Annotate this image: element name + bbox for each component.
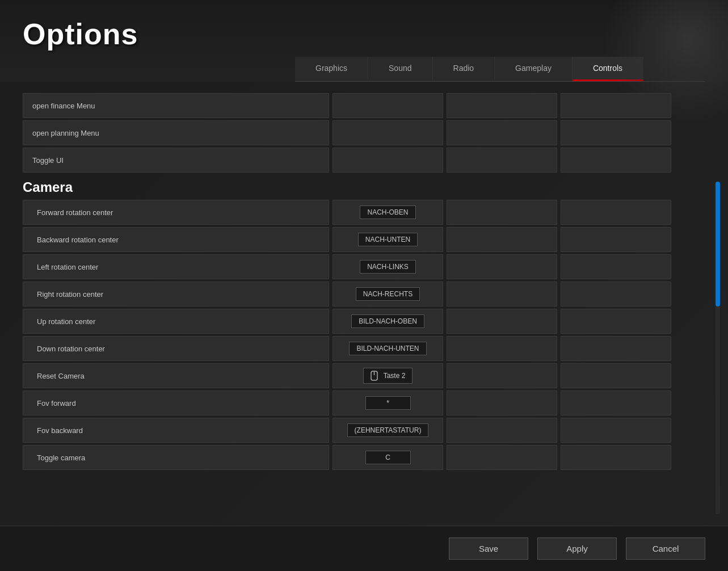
table-row: Down rotation center BILD-NACH-UNTEN (23, 336, 705, 361)
tab-controls[interactable]: Controls (573, 57, 643, 81)
table-row: Left rotation center NACH-LINKS (23, 254, 705, 279)
mouse-svg (371, 371, 378, 381)
key-slot-bild-nach-unten[interactable]: BILD-NACH-UNTEN (333, 336, 443, 361)
table-row: open planning Menu (23, 120, 705, 145)
tab-sound[interactable]: Sound (368, 57, 432, 81)
key-slot-3[interactable] (561, 120, 671, 145)
row-label-open-planning: open planning Menu (23, 120, 329, 145)
settings-list: open finance Menu open planning Menu Tog… (23, 93, 705, 470)
key-slot-nach-links[interactable]: NACH-LINKS (333, 254, 443, 279)
key-slot-toggle-camera[interactable]: C (333, 445, 443, 470)
tab-graphics[interactable]: Graphics (295, 57, 368, 81)
key-slot-2[interactable] (447, 120, 557, 145)
key-slot-3[interactable] (561, 200, 671, 225)
scrollbar-thumb[interactable] (716, 182, 720, 307)
row-label-left-rot: Left rotation center (23, 254, 329, 279)
table-row: Toggle camera C (23, 445, 705, 470)
key-slot-3[interactable] (561, 254, 671, 279)
table-row: Reset Camera Taste 2 (23, 363, 705, 388)
row-label-fov-forward: Fov forward (23, 391, 329, 415)
key-slot-3[interactable] (561, 309, 671, 334)
header: Options Graphics Sound Radio Gameplay Co… (0, 0, 728, 82)
key-slot-1[interactable] (333, 148, 443, 173)
key-badge: NACH-LINKS (360, 260, 416, 274)
key-slot-2[interactable] (447, 93, 557, 118)
key-slot-3[interactable] (561, 391, 671, 415)
key-slot-nach-rechts[interactable]: NACH-RECHTS (333, 282, 443, 307)
key-slot-2[interactable] (447, 418, 557, 443)
table-row: Fov forward * (23, 391, 705, 415)
key-slot-3[interactable] (561, 445, 671, 470)
key-badge: BILD-NACH-UNTEN (349, 342, 426, 355)
key-badge-mouse: Taste 2 (363, 368, 413, 384)
key-slot-nach-oben[interactable]: NACH-OBEN (333, 200, 443, 225)
table-row: Up rotation center BILD-NACH-OBEN (23, 309, 705, 334)
apply-button[interactable]: Apply (537, 538, 617, 560)
key-slot-2[interactable] (447, 445, 557, 470)
key-slot-3[interactable] (561, 93, 671, 118)
key-badge: C (365, 451, 411, 464)
table-row: Toggle UI (23, 148, 705, 173)
key-badge: NACH-UNTEN (358, 233, 418, 246)
key-slot-1[interactable] (333, 120, 443, 145)
tab-radio[interactable]: Radio (433, 57, 495, 81)
key-slot-3[interactable] (561, 418, 671, 443)
cancel-button[interactable]: Cancel (626, 538, 705, 560)
table-row: Fov backward (ZEHNERTASTATUR) (23, 418, 705, 443)
key-slot-2[interactable] (447, 363, 557, 388)
footer: Save Apply Cancel (0, 526, 728, 571)
table-row: open finance Menu (23, 93, 705, 118)
tabs-bar: Graphics Sound Radio Gameplay Controls (295, 57, 705, 82)
row-label-toggle-ui: Toggle UI (23, 148, 329, 173)
key-badge: BILD-NACH-OBEN (351, 314, 424, 328)
table-row: Forward rotation center NACH-OBEN (23, 200, 705, 225)
key-slot-2[interactable] (447, 254, 557, 279)
key-slot-nach-unten[interactable]: NACH-UNTEN (333, 227, 443, 252)
key-slot-3[interactable] (561, 363, 671, 388)
key-slot-2[interactable] (447, 309, 557, 334)
row-label-up-rot: Up rotation center (23, 309, 329, 334)
page-background: Options Graphics Sound Radio Gameplay Co… (0, 0, 728, 571)
key-slot-2[interactable] (447, 148, 557, 173)
row-label-fov-backward: Fov backward (23, 418, 329, 443)
key-slot-2[interactable] (447, 282, 557, 307)
row-label-backward-rot: Backward rotation center (23, 227, 329, 252)
key-slot-3[interactable] (561, 282, 671, 307)
key-slot-3[interactable] (561, 148, 671, 173)
row-label-down-rot: Down rotation center (23, 336, 329, 361)
table-row: Right rotation center NACH-RECHTS (23, 282, 705, 307)
key-slot-3[interactable] (561, 227, 671, 252)
key-badge: (ZEHNERTASTATUR) (347, 423, 429, 437)
row-label-reset-camera: Reset Camera (23, 363, 329, 388)
row-label-open-finance: open finance Menu (23, 93, 329, 118)
key-slot-reset-camera[interactable]: Taste 2 (333, 363, 443, 388)
table-row: Backward rotation center NACH-UNTEN (23, 227, 705, 252)
key-slot-fov-forward[interactable]: * (333, 391, 443, 415)
key-slot-3[interactable] (561, 336, 671, 361)
key-slot-1[interactable] (333, 93, 443, 118)
save-button[interactable]: Save (449, 538, 528, 560)
key-slot-2[interactable] (447, 391, 557, 415)
row-label-forward-rot: Forward rotation center (23, 200, 329, 225)
key-slot-2[interactable] (447, 200, 557, 225)
key-slot-2[interactable] (447, 336, 557, 361)
key-slot-bild-nach-oben[interactable]: BILD-NACH-OBEN (333, 309, 443, 334)
key-badge: NACH-OBEN (360, 205, 415, 219)
camera-section-header: Camera (23, 175, 705, 198)
tab-gameplay[interactable]: Gameplay (495, 57, 573, 81)
key-badge: * (365, 396, 411, 410)
mouse-icon (371, 371, 378, 381)
page-title: Options (23, 17, 705, 51)
row-label-right-rot: Right rotation center (23, 282, 329, 307)
row-label-toggle-camera: Toggle camera (23, 445, 329, 470)
key-badge: NACH-RECHTS (356, 287, 420, 301)
content-area: open finance Menu open planning Menu Tog… (0, 82, 728, 562)
key-slot-2[interactable] (447, 227, 557, 252)
key-slot-fov-backward[interactable]: (ZEHNERTASTATUR) (333, 418, 443, 443)
